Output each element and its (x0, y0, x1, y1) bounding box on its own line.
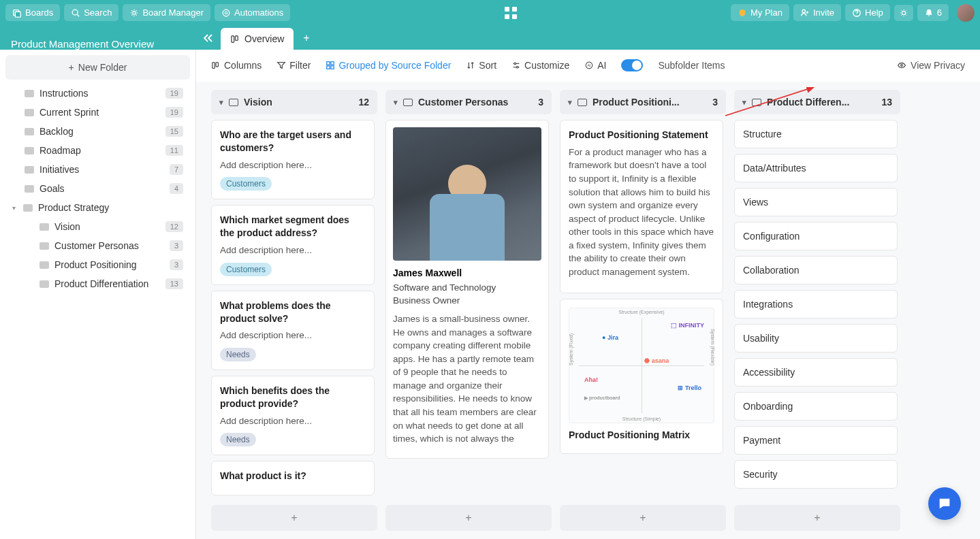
notifications-button[interactable]: 6 (917, 4, 949, 21)
add-card-button[interactable]: + (385, 505, 552, 531)
svg-rect-17 (216, 63, 219, 67)
columns-icon (211, 61, 221, 70)
column-header[interactable]: ▾Product Positioni...3 (560, 90, 726, 114)
tab-overview[interactable]: Overview (221, 28, 294, 50)
collapse-sidebar-button[interactable] (196, 29, 221, 50)
sidebar-item-backlog[interactable]: Backlog15 (5, 122, 190, 141)
persona-card[interactable]: James Maxwell Software and Technology Bu… (385, 120, 549, 459)
svg-rect-21 (331, 66, 334, 69)
sidebar-item-customer-personas[interactable]: Customer Personas3 (5, 236, 190, 255)
card[interactable]: Security (734, 460, 898, 489)
card[interactable]: Views (734, 188, 898, 216)
ai-icon: AI (584, 61, 594, 70)
persona-photo (393, 127, 541, 261)
sort-icon (466, 61, 475, 70)
invite-label: Invite (813, 7, 834, 18)
column-header[interactable]: ▾Customer Personas3 (385, 90, 552, 114)
card[interactable]: Usability (734, 324, 898, 353)
search-button[interactable]: Search (64, 4, 118, 21)
sidebar-item-vision[interactable]: Vision12 (5, 217, 190, 236)
svg-point-6 (223, 10, 230, 16)
sidebar-item-label: Product Differentiation (54, 278, 148, 289)
customize-button[interactable]: Customize (511, 60, 569, 71)
sidebar-item-initiatives[interactable]: Initiatives7 (5, 160, 190, 179)
sidebar-item-product-strategy[interactable]: ▾Product Strategy (5, 198, 190, 217)
notif-count: 6 (937, 7, 942, 18)
card[interactable]: Onboarding (734, 392, 898, 421)
kanban-board: ▾Vision12 Who are the target users and c… (196, 82, 980, 539)
columns-label: Columns (224, 60, 262, 71)
my-plan-button[interactable]: My Plan (731, 4, 789, 21)
sidebar-item-instructions[interactable]: Instructions19 (5, 84, 190, 103)
sidebar-item-count: 15 (165, 126, 183, 137)
add-card-button[interactable]: + (734, 505, 900, 531)
card[interactable]: Integrations (734, 290, 898, 318)
card[interactable]: Which benefits does the product provide?… (211, 376, 375, 455)
card-positioning-matrix[interactable]: Structure (Expensive) Structure (Simple)… (560, 299, 723, 455)
svg-rect-18 (327, 62, 330, 65)
ai-toggle[interactable] (621, 59, 643, 71)
card[interactable]: What product is it? (211, 461, 375, 495)
invite-button[interactable]: Invite (793, 4, 841, 21)
boards-button[interactable]: Boards (5, 4, 60, 21)
view-privacy-button[interactable]: View Privacy (897, 60, 965, 71)
ai-button[interactable]: AIAI (584, 60, 606, 71)
add-card-button[interactable]: + (560, 505, 726, 531)
shield-icon (738, 8, 747, 18)
svg-point-13 (902, 11, 905, 14)
sidebar-item-product-differentiation[interactable]: Product Differentiation13 (5, 274, 190, 293)
card[interactable]: Payment (734, 426, 898, 455)
folder-list: Instructions19 Current Sprint19 Backlog1… (5, 84, 190, 293)
sort-button[interactable]: Sort (466, 60, 496, 71)
theme-button[interactable] (894, 5, 913, 21)
card[interactable]: Who are the target users and customers?A… (211, 120, 375, 199)
columns-button[interactable]: Columns (211, 60, 262, 71)
group-button[interactable]: Grouped by Source Folder (326, 60, 451, 71)
chat-widget-button[interactable] (928, 487, 961, 520)
sidebar-item-current-sprint[interactable]: Current Sprint19 (5, 103, 190, 122)
svg-point-5 (225, 12, 227, 14)
chat-icon (937, 496, 952, 511)
card[interactable]: Data/Attributes (734, 154, 898, 182)
user-plus-icon (800, 8, 810, 18)
svg-point-2 (72, 10, 78, 15)
card[interactable]: What problems does the product solve?Add… (211, 291, 375, 370)
card-title: Product Positioning Statement (569, 129, 714, 142)
help-label: Help (865, 7, 883, 18)
add-tab-button[interactable]: + (294, 27, 319, 50)
sidebar-item-product-positioning[interactable]: Product Positioning3 (5, 255, 190, 274)
filter-button[interactable]: Filter (276, 60, 311, 71)
sidebar-item-goals[interactable]: Goals4 (5, 179, 190, 198)
column-count: 13 (881, 97, 892, 108)
user-avatar[interactable] (957, 4, 975, 22)
help-icon (852, 8, 862, 18)
folder-icon (752, 99, 761, 106)
sort-label: Sort (479, 60, 496, 71)
persona-role: Software and Technology (393, 282, 541, 293)
card[interactable]: Structure (734, 120, 898, 148)
search-label: Search (84, 7, 112, 18)
card[interactable]: Which market segment does the product ad… (211, 205, 375, 284)
chevron-double-left-icon (203, 33, 214, 43)
card-tag: Needs (220, 433, 256, 446)
svg-rect-16 (212, 63, 215, 69)
card-description: Add description here... (220, 159, 366, 172)
column-header[interactable]: ▾Vision12 (211, 90, 377, 114)
card[interactable]: Accessibility (734, 358, 898, 387)
folder-icon (23, 204, 33, 212)
card[interactable]: Configuration (734, 222, 898, 250)
automations-button[interactable]: Automations (215, 4, 290, 21)
sidebar-item-count: 19 (165, 107, 183, 118)
new-folder-button[interactable]: + New Folder (5, 55, 190, 80)
folder-icon (25, 90, 34, 97)
column-body: Product Positioning Statement For a prod… (560, 120, 726, 502)
my-plan-label: My Plan (750, 7, 783, 18)
help-button[interactable]: Help (845, 4, 890, 21)
column-header[interactable]: ▾Product Differen...13 (734, 90, 900, 114)
card[interactable]: Collaboration (734, 256, 898, 284)
board-manager-button[interactable]: Board Manager (123, 4, 210, 21)
add-card-button[interactable]: + (211, 505, 377, 531)
sidebar-item-label: Roadmap (39, 145, 81, 156)
card-positioning-statement[interactable]: Product Positioning Statement For a prod… (560, 120, 723, 293)
sidebar-item-roadmap[interactable]: Roadmap11 (5, 141, 190, 160)
